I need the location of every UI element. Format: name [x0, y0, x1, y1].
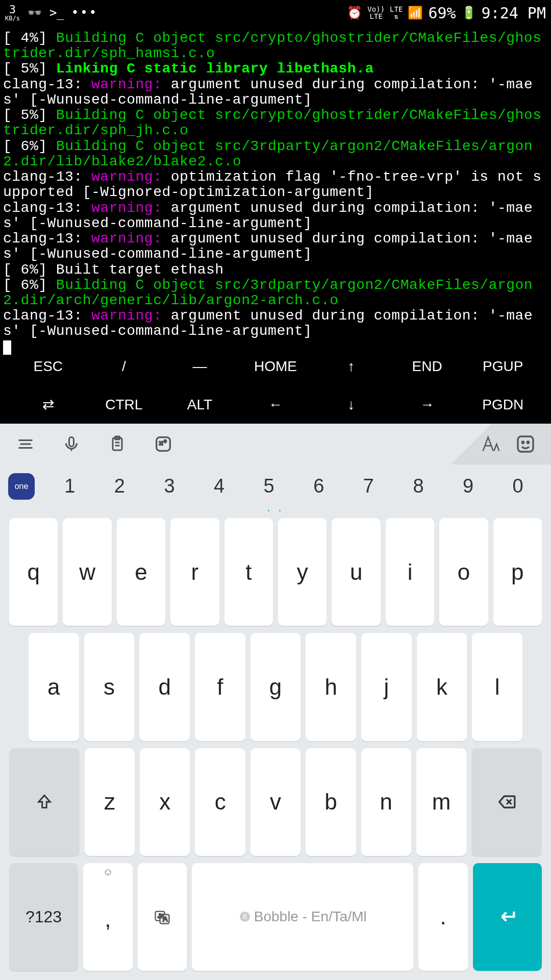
mic-icon[interactable] [61, 434, 82, 454]
terminal-line: clang-13: warning: argument unused durin… [3, 201, 548, 231]
key-q[interactable]: q [9, 518, 58, 626]
key-esc[interactable]: ESC [10, 347, 86, 385]
key-end[interactable]: END [389, 347, 465, 385]
key-backspace[interactable] [471, 748, 542, 856]
clock-time: 9:24 PM [482, 4, 546, 22]
key-h[interactable]: h [306, 633, 356, 741]
terminal-output[interactable]: [ 4%] Building C object src/crypto/ghost… [0, 26, 551, 360]
terminal-line: clang-13: warning: argument unused durin… [3, 77, 548, 108]
qwerty-row-2: a s d f g h j k l [9, 633, 542, 741]
key-comma[interactable]: ☺ , [83, 863, 133, 971]
key-shift[interactable] [9, 748, 80, 856]
terminal-line: [ 6%] Built target ethash [3, 262, 548, 278]
svg-text:A: A [163, 915, 167, 923]
emoji-icon[interactable] [515, 434, 536, 454]
qwerty-row-4: ?123 ☺ , அA B Bobble - En/Ta/Ml . [9, 863, 542, 971]
key-period[interactable]: . [418, 863, 468, 971]
svg-rect-10 [518, 436, 533, 452]
qwerty-row-3: z x c v b n m [9, 748, 542, 856]
keyboard-toolbar: ×° [0, 424, 551, 464]
terminal-icon: >_ [49, 6, 64, 20]
terminal-line: clang-13: warning: optimization flag '-f… [3, 169, 548, 200]
key-d[interactable]: d [139, 633, 190, 741]
key-up[interactable]: ↑ [313, 347, 389, 385]
key-enter[interactable] [473, 863, 542, 971]
terminal-line: clang-13: warning: argument unused durin… [3, 231, 548, 262]
key-2[interactable]: 2 [95, 475, 145, 497]
key-x[interactable]: x [140, 748, 190, 856]
key-tab[interactable]: ⇄ [10, 385, 86, 424]
volte-icon: Vo)) LTE [367, 6, 385, 20]
key-s[interactable]: s [84, 633, 135, 741]
terminal-line: [ 6%] Building C object src/3rdparty/arg… [3, 278, 548, 308]
signal-icon: 📶 [408, 6, 423, 20]
key-slash[interactable]: / [86, 347, 162, 385]
terminal-line: [ 5%] Building C object src/crypto/ghost… [3, 108, 548, 138]
key-language[interactable]: அA [138, 863, 187, 971]
key-9[interactable]: 9 [443, 475, 493, 497]
key-3[interactable]: 3 [144, 475, 194, 497]
key-5[interactable]: 5 [244, 475, 294, 497]
key-pgdn[interactable]: PGDN [465, 385, 541, 424]
status-bar: 3 KB/s 👓 >_ ••• ⏰ Vo)) LTE LTE ⇅ 📶 69% 🔋… [0, 0, 551, 26]
terminal-line: [ 5%] Linking C static library libethash… [3, 61, 548, 77]
key-e[interactable]: e [117, 518, 165, 626]
soft-keyboard: ×° one 1 2 3 4 5 6 7 8 9 0 • • q w e r t… [0, 424, 551, 980]
key-i[interactable]: i [386, 518, 434, 626]
key-0[interactable]: 0 [493, 475, 543, 497]
key-7[interactable]: 7 [344, 475, 394, 497]
key-symbols[interactable]: ?123 [9, 863, 78, 971]
key-right[interactable]: → [389, 385, 465, 424]
terminal-line: clang-13: warning: argument unused durin… [3, 308, 548, 339]
key-j[interactable]: j [361, 633, 412, 741]
key-o[interactable]: o [439, 518, 488, 626]
lte-icon: LTE ⇅ [390, 6, 403, 20]
glasses-icon: 👓 [27, 6, 42, 20]
key-r[interactable]: r [170, 518, 219, 626]
key-v[interactable]: v [251, 748, 300, 856]
key-alt[interactable]: ALT [162, 385, 238, 424]
key-4[interactable]: 4 [194, 475, 244, 497]
terminal-line: [ 4%] Building C object src/crypto/ghost… [3, 31, 548, 61]
key-home[interactable]: HOME [238, 347, 314, 385]
battery-icon: 🔋 [461, 6, 477, 20]
key-1[interactable]: 1 [45, 475, 95, 497]
qwerty-row-1: q w e r t y u i o p [9, 518, 542, 626]
key-t[interactable]: t [224, 518, 273, 626]
termux-extra-keys: ESC / — HOME ↑ END PGUP ⇄ CTRL ALT ← ↓ →… [0, 347, 551, 424]
number-row: one 1 2 3 4 5 6 7 8 9 0 [0, 464, 551, 508]
menu-icon[interactable] [15, 434, 36, 454]
key-m[interactable]: m [416, 748, 466, 856]
key-c[interactable]: c [195, 748, 245, 856]
key-l[interactable]: l [472, 633, 522, 741]
key-pgup[interactable]: PGUP [465, 347, 541, 385]
key-y[interactable]: y [278, 518, 327, 626]
clipboard-icon[interactable] [107, 434, 128, 454]
settings-icon[interactable]: ×° [153, 434, 173, 454]
key-p[interactable]: p [493, 518, 542, 626]
key-k[interactable]: k [417, 633, 467, 741]
key-f[interactable]: f [195, 633, 245, 741]
battery-percentage: 69% [428, 4, 456, 22]
one-badge[interactable]: one [8, 473, 35, 500]
key-8[interactable]: 8 [393, 475, 443, 497]
key-u[interactable]: u [332, 518, 380, 626]
more-notifications-icon: ••• [71, 6, 98, 20]
key-left[interactable]: ← [238, 385, 314, 424]
key-down[interactable]: ↓ [313, 385, 389, 424]
svg-text:×°: ×° [159, 439, 167, 447]
font-icon[interactable] [480, 434, 500, 454]
key-g[interactable]: g [251, 633, 301, 741]
key-a[interactable]: a [29, 633, 79, 741]
key-w[interactable]: w [63, 518, 111, 626]
key-spacebar[interactable]: B Bobble - En/Ta/Ml [192, 863, 413, 971]
key-ctrl[interactable]: CTRL [86, 385, 162, 424]
key-dash[interactable]: — [162, 347, 238, 385]
page-indicator: • • [0, 508, 551, 513]
key-6[interactable]: 6 [294, 475, 344, 497]
key-n[interactable]: n [361, 748, 411, 856]
key-z[interactable]: z [85, 748, 135, 856]
svg-rect-3 [69, 437, 74, 447]
alarm-icon: ⏰ [347, 6, 362, 20]
key-b[interactable]: b [306, 748, 356, 856]
